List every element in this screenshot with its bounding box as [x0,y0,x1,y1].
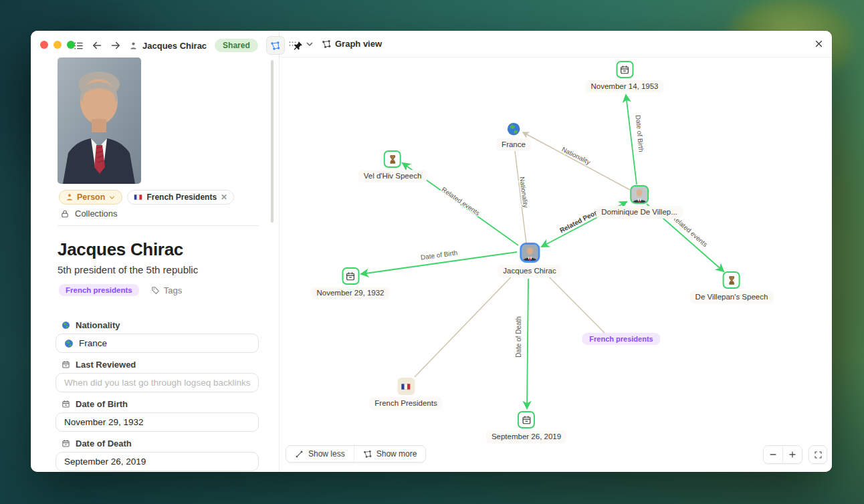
graph-node-november-14-1953[interactable]: November 14, 1953 [585,61,663,93]
graph-node-jacques-chirac[interactable]: Jacques Chirac [498,243,561,277]
chevron-down-icon [108,194,116,201]
graph-expand-controls: Show less Show more [286,445,426,463]
node-label: November 29, 1932 [311,287,389,299]
calendar-icon [518,411,535,428]
globe-icon [62,321,70,330]
calendar-icon [62,360,70,369]
graph-node-tag-french-presidents[interactable]: French presidents [582,333,660,345]
window-controls [40,41,75,49]
field-label-date-of-birth: Date of Birth [56,399,259,409]
tags-row: French presidents Tags [59,284,182,296]
app-window: Jacques Chirac Shared Person French Pres… [31,31,832,472]
divider [58,225,259,226]
calendar-icon [616,61,633,78]
collections-label: Collections [75,209,118,219]
network-icon [363,450,372,459]
collection-pill-label: French Presidents [146,193,217,202]
close-window-button[interactable] [40,41,48,49]
avatar [520,243,540,263]
globe-icon [64,339,74,348]
french-flag-icon [397,378,415,395]
person-icon [66,193,74,201]
node-label: France [496,138,531,151]
node-label: De Villepan's Speech [690,291,774,303]
graph-node-france[interactable]: France [496,122,531,151]
show-more-button[interactable]: Show more [354,446,426,462]
page-title: Jacques Chirac [58,239,183,260]
scrollbar[interactable] [271,60,274,223]
page-subtitle: 5th president of the 5th republic [58,264,198,275]
shared-badge[interactable]: Shared [215,39,258,52]
chevron-down-icon[interactable] [305,39,314,49]
close-panel-button[interactable] [814,39,824,49]
pin-icon[interactable] [293,41,303,51]
tag-icon [151,286,160,295]
list-icon[interactable] [74,41,84,51]
show-less-button[interactable]: Show less [286,446,354,462]
calendar-icon [62,439,70,448]
profile-photo[interactable] [58,57,141,184]
hourglass-icon [723,271,740,289]
node-label: French Presidents [369,397,442,410]
toolbar: Jacques Chirac Shared [74,36,303,55]
node-label: November 14, 1953 [585,80,663,93]
graph-toggle-button[interactable] [266,36,285,55]
collections-button[interactable]: Collections [60,209,118,219]
tag-pill-french-presidents[interactable]: French presidents [59,284,139,296]
last-reviewed-field[interactable] [56,373,259,392]
graph-panel-header: Graph view [280,31,832,57]
lock-icon [60,209,70,219]
hourglass-icon [384,150,401,168]
profile-panel: Person French Presidents ✕ Collections J… [31,31,279,472]
fit-view-button[interactable] [809,446,827,463]
avatar [630,185,649,204]
window-title-text: Jacques Chirac [142,41,207,51]
date-of-birth-field[interactable] [56,412,259,432]
window-title: Jacques Chirac [129,41,207,51]
node-label: Vel d'Hiv Speech [358,170,427,182]
graph-node-french-presidents-collection[interactable]: French Presidents [369,378,442,410]
property-fields: Nationality France Last Reviewed Date of… [56,320,259,472]
field-label-nationality: Nationality [56,320,259,330]
remove-collection-icon[interactable]: ✕ [221,193,227,202]
object-type-pill[interactable]: Person [59,190,122,205]
node-label: Dominique De Villep... [596,206,683,219]
date-of-death-field[interactable] [56,452,259,471]
link-icon [295,450,304,459]
zoom-out-button[interactable] [764,446,782,463]
tags-button-label: Tags [164,285,182,295]
globe-icon [506,122,521,136]
object-pills: Person French Presidents ✕ [59,190,234,205]
graph-node-vel-dhiv-speech[interactable]: Vel d'Hiv Speech [358,150,427,182]
nationality-field[interactable]: France [56,334,259,353]
graph-node-september-26-2019[interactable]: September 26, 2019 [486,411,566,443]
minimize-window-button[interactable] [53,41,62,49]
nationality-value: France [79,338,107,348]
forward-button[interactable] [110,40,121,51]
calendar-icon [342,267,359,285]
network-icon [322,39,331,49]
graph-node-dominique-de-villepin[interactable]: Dominique De Villep... [596,185,683,219]
node-label: Jacques Chirac [498,265,561,277]
collection-pill[interactable]: French Presidents ✕ [127,190,234,205]
graph-zoom-controls [763,445,827,464]
tags-button[interactable]: Tags [151,285,182,295]
calendar-icon [62,400,70,408]
graph-view-title: Graph view [322,39,382,49]
object-type-label: Person [77,193,105,202]
zoom-in-button[interactable] [782,446,802,463]
french-flag-icon [134,194,142,201]
back-button[interactable] [92,40,102,51]
person-icon [129,41,138,50]
graph-node-de-villepans-speech[interactable]: De Villepan's Speech [690,271,774,303]
field-label-date-of-death: Date of Death [56,438,259,449]
field-label-last-reviewed: Last Reviewed [56,360,259,370]
node-label: September 26, 2019 [486,430,566,443]
graph-node-november-29-1932[interactable]: November 29, 1932 [311,267,389,299]
